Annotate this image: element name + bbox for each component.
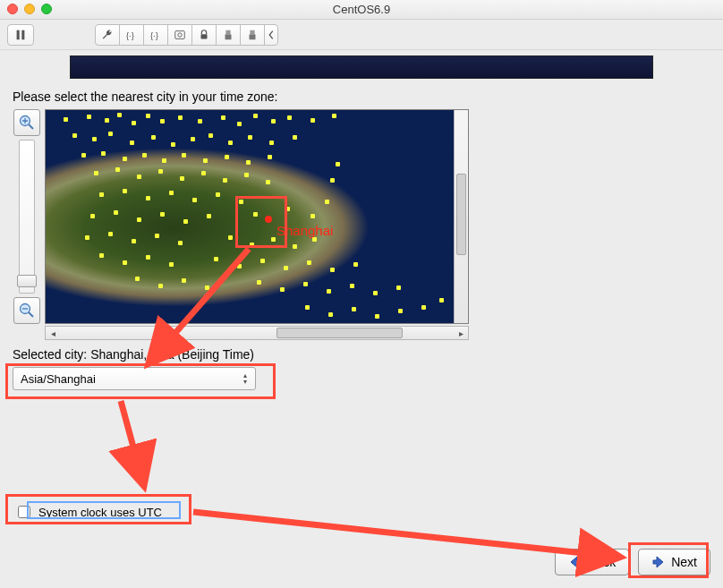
zoom-window-button[interactable] [41, 4, 52, 14]
pause-vm-button[interactable] [7, 24, 34, 46]
city-dot[interactable] [225, 155, 229, 159]
next-button[interactable]: Next [638, 549, 710, 575]
city-dot[interactable] [223, 178, 227, 183]
city-dot[interactable] [169, 191, 174, 195]
city-dot[interactable] [208, 133, 213, 138]
city-dot[interactable] [228, 141, 233, 145]
city-dot[interactable] [137, 175, 141, 179]
city-dot[interactable] [237, 122, 242, 126]
city-dot[interactable] [216, 192, 220, 197]
city-dot[interactable] [439, 298, 444, 303]
city-dot[interactable] [260, 259, 265, 263]
city-dot[interactable] [284, 266, 288, 270]
city-dot[interactable] [214, 257, 218, 261]
zoom-out-button[interactable] [13, 297, 40, 324]
city-dot[interactable] [248, 135, 252, 140]
city-dot[interactable] [239, 200, 243, 204]
zoom-in-button[interactable] [13, 109, 40, 136]
city-dot[interactable] [171, 142, 175, 147]
city-dot[interactable] [101, 151, 106, 156]
city-dot[interactable] [160, 212, 165, 217]
city-dot[interactable] [201, 171, 206, 175]
scroll-right-icon[interactable]: ▸ [454, 327, 468, 339]
city-dot[interactable] [180, 176, 184, 181]
city-dot[interactable] [108, 232, 113, 236]
city-dot[interactable] [293, 135, 297, 140]
city-dot[interactable] [305, 305, 310, 310]
city-dot[interactable] [160, 119, 165, 124]
fullscreen-right-button[interactable]: {·} [143, 24, 168, 46]
city-dot[interactable] [293, 244, 297, 249]
city-dot[interactable] [327, 289, 331, 294]
city-dot[interactable] [287, 115, 292, 120]
city-dot[interactable] [87, 115, 91, 119]
city-dot[interactable] [146, 114, 150, 118]
toolbar-overflow-button[interactable] [264, 24, 278, 46]
city-dot[interactable] [269, 141, 274, 145]
city-dot[interactable] [146, 255, 150, 260]
settings-button[interactable] [95, 24, 120, 46]
city-dot[interactable] [246, 160, 251, 165]
city-dot[interactable] [137, 217, 141, 222]
city-dot[interactable] [307, 260, 311, 265]
city-dot[interactable] [182, 278, 186, 283]
back-button[interactable]: Back [555, 549, 629, 575]
city-dot[interactable] [228, 235, 233, 240]
city-dot[interactable] [178, 241, 183, 245]
city-dot[interactable] [237, 264, 242, 268]
city-dot[interactable] [85, 235, 89, 240]
city-dot[interactable] [257, 280, 261, 285]
city-dot[interactable] [132, 121, 136, 125]
city-dot[interactable] [135, 277, 140, 281]
city-dot[interactable] [99, 253, 104, 258]
city-dot[interactable] [192, 198, 197, 202]
city-dot[interactable] [132, 239, 136, 243]
city-dot[interactable] [191, 137, 195, 141]
city-dot[interactable] [330, 268, 335, 272]
disk-button[interactable] [167, 24, 192, 46]
city-dot[interactable] [162, 158, 166, 163]
city-dot[interactable] [90, 214, 95, 218]
city-dot[interactable] [142, 153, 147, 158]
city-dot[interactable] [64, 117, 68, 122]
city-dot[interactable] [353, 262, 358, 267]
city-dot[interactable] [271, 119, 276, 124]
city-dot[interactable] [253, 212, 258, 217]
city-dot[interactable] [268, 155, 272, 159]
usb-button-2[interactable] [240, 24, 265, 46]
city-dot[interactable] [123, 189, 127, 193]
city-dot[interactable] [115, 167, 120, 172]
city-dot[interactable] [253, 114, 258, 118]
city-dot[interactable] [205, 285, 209, 290]
city-dot[interactable] [303, 282, 308, 286]
fullscreen-left-button[interactable]: {·} [119, 24, 144, 46]
city-dot[interactable] [310, 214, 315, 218]
map-vertical-scrollbar[interactable] [454, 110, 468, 323]
timezone-select[interactable]: Asia/Shanghai ▴▾ [13, 367, 256, 390]
city-dot[interactable] [271, 237, 276, 242]
timezone-map[interactable]: Shanghai [45, 109, 469, 324]
city-dot[interactable] [421, 305, 426, 310]
city-dot[interactable] [183, 219, 188, 224]
utc-label[interactable]: System clock uses UTC [38, 506, 162, 519]
city-dot[interactable] [332, 114, 336, 118]
city-dot[interactable] [312, 237, 317, 242]
city-dot[interactable] [117, 113, 122, 117]
city-dot[interactable] [280, 287, 285, 292]
city-dot[interactable] [108, 132, 113, 136]
lock-button[interactable] [191, 24, 217, 46]
city-dot[interactable] [373, 291, 378, 295]
city-dot[interactable] [151, 135, 156, 140]
city-dot[interactable] [178, 115, 183, 120]
city-dot[interactable] [81, 153, 86, 158]
city-dot[interactable] [285, 207, 290, 211]
city-dot[interactable] [130, 141, 134, 145]
city-dot[interactable] [92, 137, 97, 141]
city-dot[interactable] [198, 119, 202, 124]
city-dot[interactable] [158, 169, 163, 174]
zoom-slider[interactable] [19, 140, 35, 294]
city-dot[interactable] [94, 171, 98, 175]
minimize-window-button[interactable] [24, 4, 35, 14]
city-dot[interactable] [123, 157, 127, 161]
city-dot[interactable] [155, 234, 159, 238]
